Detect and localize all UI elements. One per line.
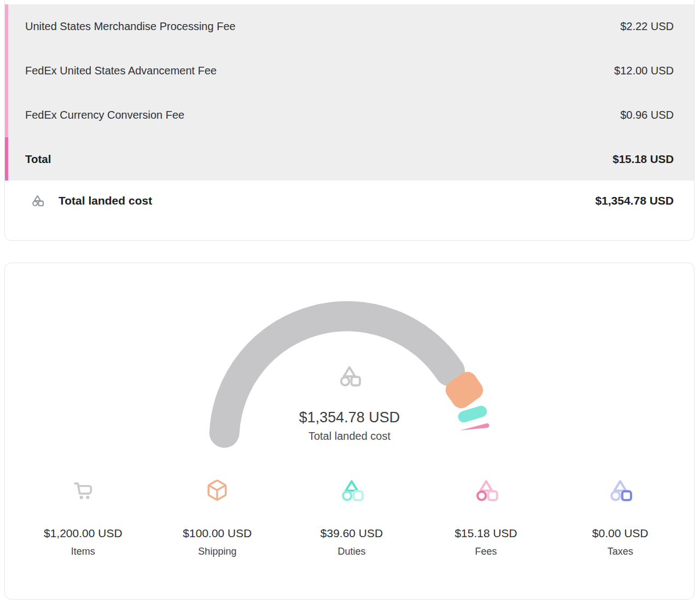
triangle-shape <box>480 481 492 491</box>
total-landed-cost-row: Total landed cost $1,354.78 USD <box>5 181 694 207</box>
triangle-shape <box>34 196 40 201</box>
cart-wheel-right <box>86 496 89 499</box>
shapes-icon-svg <box>473 477 499 503</box>
fee-total-amount: $15.18 USD <box>612 153 674 166</box>
circle-shape <box>343 492 351 500</box>
legend-label: Items <box>71 546 95 557</box>
gauge-total-label: Total landed cost <box>5 430 694 443</box>
legend-items: $1,200.00 USD Items <box>16 477 150 557</box>
fee-row-advancement: FedEx United States Advancement Fee $12.… <box>5 49 694 93</box>
square-shape <box>354 491 363 500</box>
shapes-icon-svg <box>31 194 44 207</box>
legend-label: Shipping <box>198 546 236 557</box>
circle-shape <box>611 492 620 500</box>
box-icon-svg <box>206 479 229 502</box>
triangle-shape <box>346 481 357 491</box>
shapes-icon-svg <box>607 477 633 503</box>
triangle-shape <box>344 367 355 376</box>
legend-amount: $15.18 USD <box>454 527 517 540</box>
gauge-total-amount: $1,354.78 USD <box>5 409 694 426</box>
fee-row-currency-conversion: FedEx Currency Conversion Fee $0.96 USD <box>5 93 694 137</box>
cart-icon-svg <box>71 478 96 503</box>
legend-label: Taxes <box>608 546 633 557</box>
square-shape <box>622 491 631 500</box>
box-outline <box>209 481 226 500</box>
triangle-shape <box>615 481 626 491</box>
gauge-center: $1,354.78 USD Total landed cost <box>5 363 694 443</box>
legend-amount: $1,200.00 USD <box>44 527 122 540</box>
square-shape <box>39 201 43 206</box>
legend-amount: $0.00 USD <box>592 527 649 540</box>
cart-body <box>75 484 91 493</box>
square-shape <box>352 377 360 385</box>
fee-amount: $12.00 USD <box>614 65 674 77</box>
shapes-icon <box>337 363 362 388</box>
fee-table: United States Merchandise Processing Fee… <box>5 4 694 181</box>
shapes-icon-duties <box>339 477 365 503</box>
legend-label: Duties <box>337 546 365 557</box>
legend-duties: $39.60 USD Duties <box>284 477 419 557</box>
fee-label: FedEx United States Advancement Fee <box>25 65 217 77</box>
fee-total-row: Total $15.18 USD <box>5 137 694 181</box>
legend-amount: $100.00 USD <box>183 527 252 540</box>
fee-label: FedEx Currency Conversion Fee <box>25 109 184 121</box>
fee-total-label: Total <box>25 153 51 166</box>
gauge-legend: $1,200.00 USD Items $100.00 USD Shipping <box>16 477 687 557</box>
landed-cost-chart-card: $1,354.78 USD Total landed cost $1,200.0… <box>4 263 695 600</box>
circle-shape <box>33 201 37 206</box>
legend-fees: $15.18 USD Fees <box>419 477 553 557</box>
cart-icon <box>71 477 96 503</box>
legend-shipping: $100.00 USD Shipping <box>150 477 285 557</box>
box-icon <box>206 477 229 503</box>
total-landed-cost-label: Total landed cost <box>59 194 152 207</box>
square-shape <box>488 491 497 500</box>
fee-label: United States Merchandise Processing Fee <box>25 20 236 33</box>
fee-amount: $0.96 USD <box>620 109 674 121</box>
fees-card: United States Merchandise Processing Fee… <box>4 0 695 241</box>
legend-taxes: $0.00 USD Taxes <box>553 477 687 557</box>
cart-wheel-left <box>79 496 83 499</box>
legend-label: Fees <box>475 546 497 557</box>
shapes-icon-fees <box>473 477 499 503</box>
fee-row-merchandise-processing: United States Merchandise Processing Fee… <box>5 4 694 49</box>
legend-amount: $39.60 USD <box>320 527 383 540</box>
landed-cost-page: United States Merchandise Processing Fee… <box>0 0 700 605</box>
circle-shape <box>341 377 349 386</box>
circle-shape <box>477 492 486 500</box>
fee-amount: $2.22 USD <box>620 20 674 33</box>
shapes-icon <box>31 194 44 207</box>
shapes-icon-taxes <box>607 477 633 503</box>
total-landed-cost-amount: $1,354.78 USD <box>595 194 674 207</box>
shapes-icon-svg <box>339 477 365 503</box>
